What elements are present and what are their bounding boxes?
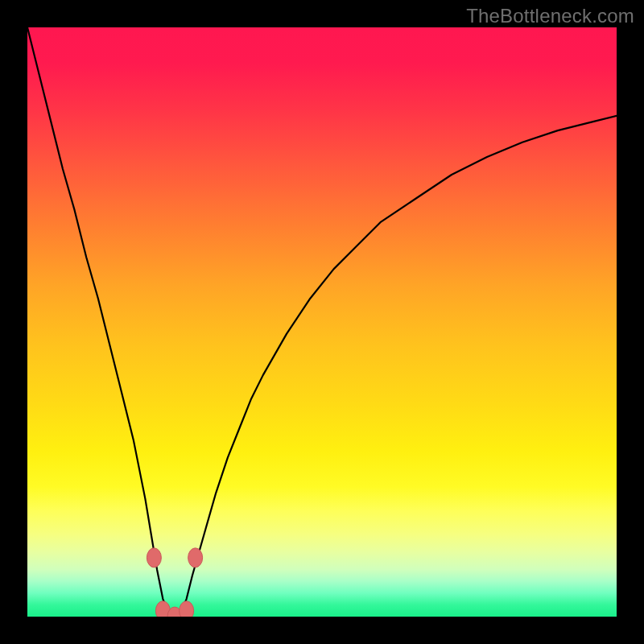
curve-layer <box>27 27 617 617</box>
curve-marker <box>147 548 161 568</box>
curve-marker <box>188 548 203 568</box>
watermark-text: TheBottleneck.com <box>466 5 634 27</box>
bottleneck-curve <box>27 27 617 617</box>
curve-marker <box>180 601 194 617</box>
chart-frame: TheBottleneck.com <box>0 0 644 644</box>
curve-markers <box>147 548 202 617</box>
plot-area <box>27 27 617 617</box>
